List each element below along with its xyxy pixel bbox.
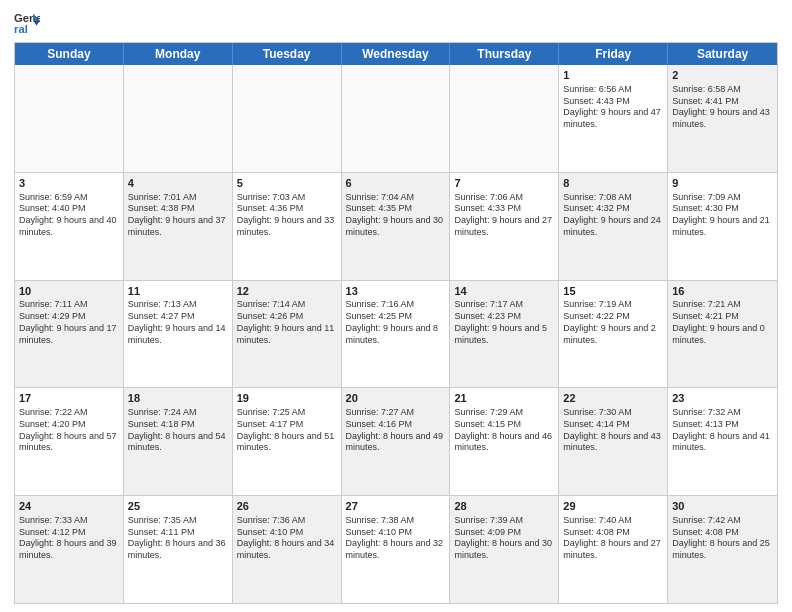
cal-row-3: 17Sunrise: 7:22 AM Sunset: 4:20 PM Dayli… [15, 388, 777, 496]
calendar-body: 1Sunrise: 6:56 AM Sunset: 4:43 PM Daylig… [15, 65, 777, 603]
cal-cell [233, 65, 342, 172]
cell-daylight-info: Sunrise: 7:08 AM Sunset: 4:32 PM Dayligh… [563, 192, 663, 239]
cal-cell [124, 65, 233, 172]
header-wednesday: Wednesday [342, 43, 451, 65]
day-number: 23 [672, 391, 773, 406]
cell-daylight-info: Sunrise: 7:42 AM Sunset: 4:08 PM Dayligh… [672, 515, 773, 562]
cell-daylight-info: Sunrise: 7:33 AM Sunset: 4:12 PM Dayligh… [19, 515, 119, 562]
header-saturday: Saturday [668, 43, 777, 65]
cell-daylight-info: Sunrise: 7:04 AM Sunset: 4:35 PM Dayligh… [346, 192, 446, 239]
logo-icon: Gene ral [14, 10, 40, 36]
day-number: 29 [563, 499, 663, 514]
cell-daylight-info: Sunrise: 7:01 AM Sunset: 4:38 PM Dayligh… [128, 192, 228, 239]
day-number: 18 [128, 391, 228, 406]
day-number: 27 [346, 499, 446, 514]
cell-daylight-info: Sunrise: 6:59 AM Sunset: 4:40 PM Dayligh… [19, 192, 119, 239]
cal-cell: 18Sunrise: 7:24 AM Sunset: 4:18 PM Dayli… [124, 388, 233, 495]
cal-cell: 26Sunrise: 7:36 AM Sunset: 4:10 PM Dayli… [233, 496, 342, 603]
cell-daylight-info: Sunrise: 7:11 AM Sunset: 4:29 PM Dayligh… [19, 299, 119, 346]
cal-cell: 9Sunrise: 7:09 AM Sunset: 4:30 PM Daylig… [668, 173, 777, 280]
day-number: 2 [672, 68, 773, 83]
day-number: 16 [672, 284, 773, 299]
calendar: SundayMondayTuesdayWednesdayThursdayFrid… [14, 42, 778, 604]
day-number: 9 [672, 176, 773, 191]
cal-row-2: 10Sunrise: 7:11 AM Sunset: 4:29 PM Dayli… [15, 281, 777, 389]
logo: Gene ral [14, 10, 44, 36]
cell-daylight-info: Sunrise: 7:14 AM Sunset: 4:26 PM Dayligh… [237, 299, 337, 346]
header-friday: Friday [559, 43, 668, 65]
cell-daylight-info: Sunrise: 7:32 AM Sunset: 4:13 PM Dayligh… [672, 407, 773, 454]
cell-daylight-info: Sunrise: 7:19 AM Sunset: 4:22 PM Dayligh… [563, 299, 663, 346]
cell-daylight-info: Sunrise: 7:36 AM Sunset: 4:10 PM Dayligh… [237, 515, 337, 562]
cal-cell: 25Sunrise: 7:35 AM Sunset: 4:11 PM Dayli… [124, 496, 233, 603]
cell-daylight-info: Sunrise: 7:09 AM Sunset: 4:30 PM Dayligh… [672, 192, 773, 239]
day-number: 17 [19, 391, 119, 406]
cell-daylight-info: Sunrise: 7:38 AM Sunset: 4:10 PM Dayligh… [346, 515, 446, 562]
day-number: 13 [346, 284, 446, 299]
day-number: 14 [454, 284, 554, 299]
cal-cell: 8Sunrise: 7:08 AM Sunset: 4:32 PM Daylig… [559, 173, 668, 280]
day-number: 1 [563, 68, 663, 83]
day-number: 15 [563, 284, 663, 299]
day-number: 7 [454, 176, 554, 191]
day-number: 6 [346, 176, 446, 191]
cell-daylight-info: Sunrise: 7:40 AM Sunset: 4:08 PM Dayligh… [563, 515, 663, 562]
cell-daylight-info: Sunrise: 7:22 AM Sunset: 4:20 PM Dayligh… [19, 407, 119, 454]
day-number: 5 [237, 176, 337, 191]
cal-cell: 1Sunrise: 6:56 AM Sunset: 4:43 PM Daylig… [559, 65, 668, 172]
cal-cell: 14Sunrise: 7:17 AM Sunset: 4:23 PM Dayli… [450, 281, 559, 388]
header-thursday: Thursday [450, 43, 559, 65]
cal-cell: 20Sunrise: 7:27 AM Sunset: 4:16 PM Dayli… [342, 388, 451, 495]
cal-cell [342, 65, 451, 172]
cell-daylight-info: Sunrise: 7:29 AM Sunset: 4:15 PM Dayligh… [454, 407, 554, 454]
calendar-header: SundayMondayTuesdayWednesdayThursdayFrid… [15, 43, 777, 65]
day-number: 10 [19, 284, 119, 299]
day-number: 20 [346, 391, 446, 406]
cell-daylight-info: Sunrise: 6:58 AM Sunset: 4:41 PM Dayligh… [672, 84, 773, 131]
day-number: 11 [128, 284, 228, 299]
day-number: 28 [454, 499, 554, 514]
day-number: 30 [672, 499, 773, 514]
cal-cell [450, 65, 559, 172]
day-number: 21 [454, 391, 554, 406]
cal-cell: 16Sunrise: 7:21 AM Sunset: 4:21 PM Dayli… [668, 281, 777, 388]
header-sunday: Sunday [15, 43, 124, 65]
cal-cell: 24Sunrise: 7:33 AM Sunset: 4:12 PM Dayli… [15, 496, 124, 603]
svg-text:ral: ral [14, 23, 28, 35]
day-number: 3 [19, 176, 119, 191]
cell-daylight-info: Sunrise: 7:35 AM Sunset: 4:11 PM Dayligh… [128, 515, 228, 562]
cal-cell: 12Sunrise: 7:14 AM Sunset: 4:26 PM Dayli… [233, 281, 342, 388]
header-tuesday: Tuesday [233, 43, 342, 65]
cell-daylight-info: Sunrise: 7:16 AM Sunset: 4:25 PM Dayligh… [346, 299, 446, 346]
cal-cell: 3Sunrise: 6:59 AM Sunset: 4:40 PM Daylig… [15, 173, 124, 280]
cal-cell: 23Sunrise: 7:32 AM Sunset: 4:13 PM Dayli… [668, 388, 777, 495]
day-number: 22 [563, 391, 663, 406]
cal-cell: 5Sunrise: 7:03 AM Sunset: 4:36 PM Daylig… [233, 173, 342, 280]
cal-cell: 6Sunrise: 7:04 AM Sunset: 4:35 PM Daylig… [342, 173, 451, 280]
cell-daylight-info: Sunrise: 7:27 AM Sunset: 4:16 PM Dayligh… [346, 407, 446, 454]
cal-cell [15, 65, 124, 172]
cal-row-0: 1Sunrise: 6:56 AM Sunset: 4:43 PM Daylig… [15, 65, 777, 173]
day-number: 26 [237, 499, 337, 514]
day-number: 24 [19, 499, 119, 514]
cal-cell: 4Sunrise: 7:01 AM Sunset: 4:38 PM Daylig… [124, 173, 233, 280]
cell-daylight-info: Sunrise: 7:24 AM Sunset: 4:18 PM Dayligh… [128, 407, 228, 454]
cal-cell: 15Sunrise: 7:19 AM Sunset: 4:22 PM Dayli… [559, 281, 668, 388]
header-monday: Monday [124, 43, 233, 65]
cell-daylight-info: Sunrise: 7:13 AM Sunset: 4:27 PM Dayligh… [128, 299, 228, 346]
cal-cell: 10Sunrise: 7:11 AM Sunset: 4:29 PM Dayli… [15, 281, 124, 388]
cal-cell: 28Sunrise: 7:39 AM Sunset: 4:09 PM Dayli… [450, 496, 559, 603]
cell-daylight-info: Sunrise: 7:06 AM Sunset: 4:33 PM Dayligh… [454, 192, 554, 239]
cell-daylight-info: Sunrise: 7:17 AM Sunset: 4:23 PM Dayligh… [454, 299, 554, 346]
cal-cell: 7Sunrise: 7:06 AM Sunset: 4:33 PM Daylig… [450, 173, 559, 280]
cal-cell: 22Sunrise: 7:30 AM Sunset: 4:14 PM Dayli… [559, 388, 668, 495]
cal-row-1: 3Sunrise: 6:59 AM Sunset: 4:40 PM Daylig… [15, 173, 777, 281]
cell-daylight-info: Sunrise: 6:56 AM Sunset: 4:43 PM Dayligh… [563, 84, 663, 131]
cal-row-4: 24Sunrise: 7:33 AM Sunset: 4:12 PM Dayli… [15, 496, 777, 603]
day-number: 4 [128, 176, 228, 191]
cal-cell: 11Sunrise: 7:13 AM Sunset: 4:27 PM Dayli… [124, 281, 233, 388]
cal-cell: 21Sunrise: 7:29 AM Sunset: 4:15 PM Dayli… [450, 388, 559, 495]
cal-cell: 30Sunrise: 7:42 AM Sunset: 4:08 PM Dayli… [668, 496, 777, 603]
cell-daylight-info: Sunrise: 7:03 AM Sunset: 4:36 PM Dayligh… [237, 192, 337, 239]
cal-cell: 13Sunrise: 7:16 AM Sunset: 4:25 PM Dayli… [342, 281, 451, 388]
